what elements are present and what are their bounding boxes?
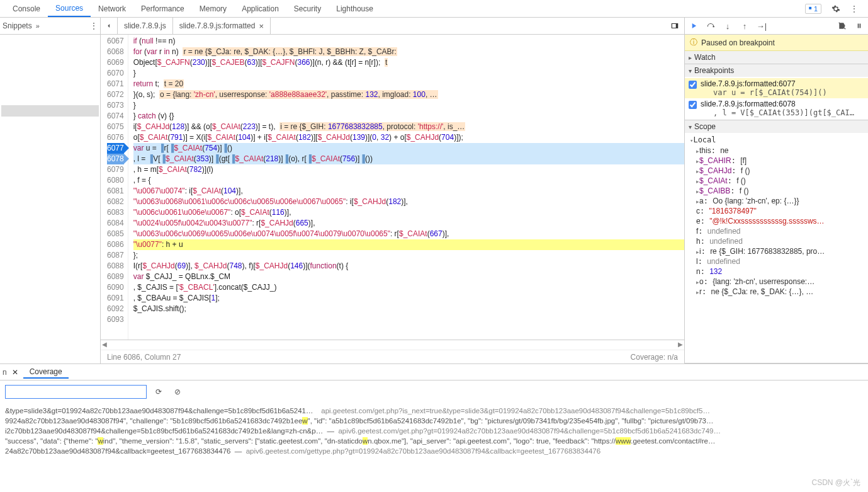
coverage-row[interactable]: i2c70bb123aae90d483087f94&challenge=5b1c… (5, 426, 863, 436)
devtools-panel-tabs: Console Sources Network Performance Memo… (0, 0, 868, 18)
clear-icon[interactable]: ⊘ (171, 387, 184, 396)
scope-variable[interactable]: a: Oo {lang: 'zh-cn', ep: {…}} (685, 196, 868, 206)
tab-sources[interactable]: Sources (48, 0, 91, 17)
coverage-row[interactable]: &type=slide3&gt=019924a82c70bb123aae90d4… (5, 406, 863, 416)
scope-variable[interactable]: $_CAIBB: f () (685, 186, 868, 196)
scope-variable[interactable]: e: "@!k!Cxxsssssssssssg.sssssws… (685, 216, 868, 226)
scope-variable[interactable]: this: ne (685, 146, 868, 156)
scope-variable[interactable]: $_CAIAt: f () (685, 176, 868, 186)
tab-performance[interactable]: Performance (133, 0, 192, 17)
watermark: CSDN @火`光 (811, 478, 860, 481)
coverage-filter-input[interactable] (5, 385, 147, 399)
step-into-button[interactable]: ↓ (720, 19, 735, 33)
step-out-button[interactable]: ↑ (737, 19, 752, 33)
scope-local-header[interactable]: Local (685, 134, 868, 146)
tab-lighthouse[interactable]: Lighthouse (329, 0, 381, 17)
breakpoint-item[interactable]: slide.7.8.9.js:formatted:6077var u = r[$… (685, 78, 868, 98)
drawer-prev-tab[interactable]: n (3, 368, 7, 377)
drawer-tabs: n ✕ Coverage (0, 364, 868, 380)
list-item[interactable] (1, 37, 99, 49)
svg-rect-2 (860, 24, 861, 28)
tab-security[interactable]: Security (286, 0, 329, 17)
list-item[interactable] (1, 60, 99, 71)
scope-variable[interactable]: o: {lang: 'zh-cn', userresponse:… (685, 277, 868, 287)
svg-point-0 (713, 26, 714, 27)
step-button[interactable]: →| (754, 19, 769, 33)
list-item[interactable] (1, 83, 99, 94)
file-tab[interactable]: slide.7.8.9.js:formatted× (173, 18, 271, 34)
editor-tabs: slide.7.8.9.js slide.7.8.9.js:formatted× (101, 18, 684, 35)
coverage-row[interactable]: 24a82c70bb123aae90d483087f94&callback=ge… (5, 446, 863, 456)
scope-variable[interactable]: h: undefined (685, 236, 868, 246)
list-item[interactable] (1, 94, 99, 105)
tab-network[interactable]: Network (91, 0, 133, 17)
scope-variable[interactable]: $_CAHJd: f () (685, 166, 868, 176)
coverage-status: Coverage: n/a (631, 353, 678, 362)
navigator-overflow-icon[interactable]: » (36, 22, 40, 30)
list-item[interactable] (1, 49, 99, 60)
tab-application[interactable]: Application (234, 0, 286, 17)
close-icon[interactable]: × (259, 21, 264, 31)
navigator-tab-snippets[interactable]: Snippets (3, 21, 32, 30)
navigator-pane: Snippets » ⋮ (0, 18, 101, 363)
section-breakpoints[interactable]: Breakpoints (685, 64, 868, 77)
breakpoint-checkbox[interactable] (689, 81, 697, 89)
debugger-sidebar: ↓ ↑ →| Paused on breakpoint Watch Breakp… (684, 18, 868, 363)
more-icon[interactable]: ⋮ (845, 0, 863, 17)
coverage-results[interactable]: &type=slide3&gt=019924a82c70bb123aae90d4… (0, 403, 868, 481)
section-watch[interactable]: Watch (685, 51, 868, 64)
coverage-row[interactable]: "success", "data": {"theme": "wind", "th… (5, 436, 863, 446)
line-gutter[interactable]: 6067606860696070607160726073607460756076… (101, 35, 128, 340)
navigator-more-icon[interactable]: ⋮ (90, 21, 98, 30)
horizontal-scrollbar[interactable] (101, 340, 684, 350)
navigator-list (0, 35, 100, 363)
scope-variable[interactable]: n: 132 (685, 266, 868, 277)
coverage-row[interactable]: 9924a82c70bb123aae90d483087f94", "challe… (5, 416, 863, 426)
tab-memory[interactable]: Memory (192, 0, 234, 17)
breakpoint-item[interactable]: slide.7.8.9.js:formatted:6078, l = V[$_C… (685, 98, 868, 118)
scope-variable[interactable]: l: undefined (685, 256, 868, 266)
history-nav-icon[interactable] (101, 18, 118, 34)
scope-variable[interactable]: f: undefined (685, 226, 868, 236)
reload-icon[interactable]: ⟳ (152, 387, 166, 396)
pause-on-exceptions-button[interactable] (852, 19, 867, 33)
paused-banner: Paused on breakpoint (685, 35, 868, 51)
file-tab[interactable]: slide.7.8.9.js (118, 18, 173, 34)
scope-variable[interactable]: i: re {$_GIH: 1677683832885, pro… (685, 246, 868, 256)
cursor-position: Line 6086, Column 27 (107, 353, 181, 362)
settings-icon[interactable] (826, 0, 845, 17)
issues-badge[interactable]: 1 (800, 0, 826, 17)
breakpoint-checkbox[interactable] (689, 101, 697, 109)
list-item[interactable] (1, 71, 99, 83)
list-item[interactable] (1, 105, 99, 117)
toggle-navigator-icon[interactable] (665, 18, 684, 34)
drawer-tab-coverage[interactable]: Coverage (23, 366, 69, 379)
code-body[interactable]: if (null !== n) for (var r in n) r = ne … (128, 35, 684, 340)
tab-console[interactable]: Console (5, 0, 48, 17)
drawer-close-icon[interactable]: ✕ (7, 368, 23, 377)
scope-variable[interactable]: c: "1816378497" (685, 206, 868, 216)
step-over-button[interactable] (703, 19, 718, 33)
scope-variable[interactable]: r: ne {$_CJa: re, $_DAK: {…}, … (685, 287, 868, 297)
resume-button[interactable] (686, 19, 701, 33)
scope-variable[interactable]: $_CAHIR: [f] (685, 156, 868, 166)
section-scope[interactable]: Scope (685, 120, 868, 133)
deactivate-breakpoints-button[interactable] (835, 19, 850, 33)
svg-rect-1 (858, 24, 859, 28)
